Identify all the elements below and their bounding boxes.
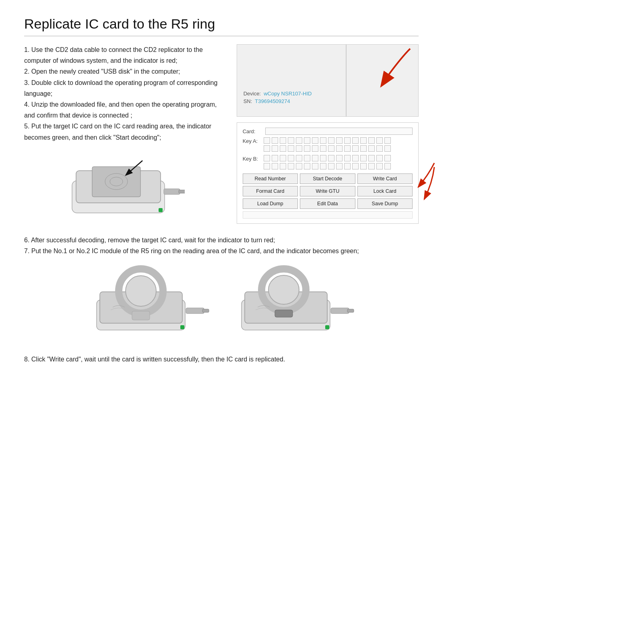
lock-card-button[interactable]: Lock Card — [357, 186, 413, 196]
key-cell — [296, 155, 302, 161]
key-a-grid-2 — [264, 145, 392, 152]
svg-rect-14 — [202, 309, 209, 312]
key-cell — [336, 137, 343, 144]
card-label: Card: — [243, 128, 264, 134]
svg-rect-22 — [347, 309, 354, 312]
svg-rect-15 — [180, 325, 184, 329]
key-cell — [360, 145, 367, 152]
key-cell — [288, 145, 294, 152]
key-cell — [296, 145, 302, 152]
ring-illustration-2 — [233, 264, 354, 344]
key-cell — [360, 137, 367, 144]
key-cell — [384, 137, 391, 144]
device-label: Device: — [244, 91, 261, 97]
step-8-text: 8. Click "Write card", wait until the ca… — [24, 354, 419, 365]
svg-rect-13 — [186, 308, 204, 314]
key-cell — [264, 145, 270, 152]
svg-rect-20 — [275, 310, 293, 317]
key-cell — [384, 155, 391, 161]
write-card-button[interactable]: Write Card — [357, 173, 413, 184]
key-a-grid-1 — [264, 137, 392, 144]
format-card-button[interactable]: Format Card — [243, 186, 298, 196]
start-decode-button[interactable]: Start Decode — [300, 173, 355, 184]
svg-rect-12 — [132, 311, 150, 320]
svg-rect-21 — [331, 308, 349, 314]
key-cell — [384, 163, 391, 169]
key-cell — [368, 137, 375, 144]
svg-rect-2 — [92, 167, 140, 197]
key-cell — [288, 137, 294, 144]
device-name: wCopy NSR107-HID — [264, 91, 312, 97]
key-cell — [360, 163, 367, 169]
svg-rect-23 — [325, 325, 329, 329]
top-section: 1. Use the CD2 data cable to connect the… — [24, 44, 419, 225]
button-grid: Read Number Start Decode Write Card Form… — [243, 173, 413, 209]
key-cell — [336, 163, 343, 169]
steps-6-7: 6. After successful decoding, remove the… — [24, 235, 419, 256]
key-cell — [376, 163, 383, 169]
write-gtu-button[interactable]: Write GTU — [300, 186, 355, 196]
key-cell — [352, 163, 359, 169]
key-cell — [344, 137, 351, 144]
key-cell — [264, 155, 270, 161]
svg-rect-7 — [159, 208, 163, 212]
key-cell — [272, 163, 278, 169]
key-cell — [272, 145, 278, 152]
edit-data-button[interactable]: Edit Data — [300, 198, 355, 209]
key-cell — [280, 163, 286, 169]
key-cell — [320, 155, 326, 161]
instructions-block: 1. Use the CD2 data cable to connect the… — [24, 44, 225, 225]
key-cell — [352, 145, 359, 152]
software-panel: Card: Key A: — [237, 122, 419, 224]
key-cell — [296, 137, 302, 144]
key-cell — [264, 163, 270, 169]
read-number-button[interactable]: Read Number — [243, 173, 298, 184]
key-cell — [312, 137, 318, 144]
key-cell — [312, 145, 318, 152]
key-cell — [304, 155, 310, 161]
key-cell — [344, 163, 351, 169]
step-3: 3. Double click to download the operatin… — [24, 77, 225, 99]
card-input[interactable] — [265, 128, 413, 135]
key-cell — [264, 137, 270, 144]
key-cell — [360, 155, 367, 161]
images-right-block: Device: wCopy NSR107-HID SN: T3969450927… — [237, 44, 419, 225]
key-cell — [376, 137, 383, 144]
status-bar — [243, 211, 413, 219]
key-cell — [304, 145, 310, 152]
key-b-row: Key B: — [243, 155, 413, 170]
sn-value: T39694509274 — [255, 98, 290, 104]
key-cell — [368, 155, 375, 161]
key-cell — [280, 155, 286, 161]
key-cell — [312, 163, 318, 169]
key-cell — [272, 137, 278, 144]
key-cell — [296, 163, 302, 169]
key-cell — [344, 145, 351, 152]
load-dump-button[interactable]: Load Dump — [243, 198, 298, 209]
key-cell — [328, 155, 334, 161]
key-cell — [336, 155, 343, 161]
key-cell — [320, 145, 326, 152]
title-divider — [24, 36, 419, 36]
key-cell — [376, 145, 383, 152]
step-7: 7. Put the No.1 or No.2 IC module of the… — [24, 246, 419, 256]
key-a-label: Key A: — [243, 138, 264, 144]
key-cell — [320, 163, 326, 169]
key-b-grid-2 — [264, 163, 392, 169]
device-screenshot: Device: wCopy NSR107-HID SN: T3969450927… — [237, 44, 419, 117]
step-1: 1. Use the CD2 data cable to connect the… — [24, 44, 225, 66]
page-title: Replicate IC card to the R5 ring — [24, 16, 419, 32]
key-cell — [384, 145, 391, 152]
key-cell — [320, 137, 326, 144]
key-cell — [280, 137, 286, 144]
step-2: 2. Open the newly created "USB disk" in … — [24, 66, 225, 77]
key-cell — [288, 155, 294, 161]
key-cell — [288, 163, 294, 169]
key-cell — [352, 155, 359, 161]
key-a-row: Key A: — [243, 137, 413, 153]
step-5: 5. Put the target IC card on the IC card… — [24, 121, 225, 142]
ring-illustration-1 — [89, 264, 209, 344]
svg-rect-6 — [179, 190, 185, 193]
save-dump-button[interactable]: Save Dump — [357, 198, 413, 209]
key-cell — [304, 137, 310, 144]
